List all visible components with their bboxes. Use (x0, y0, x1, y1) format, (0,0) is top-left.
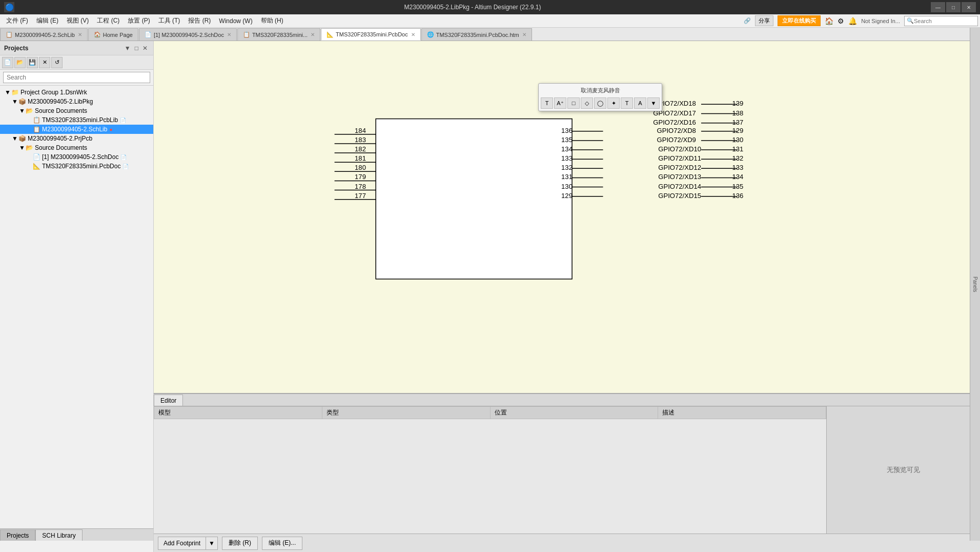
share-label[interactable]: 分享 (755, 15, 773, 26)
menu-edit[interactable]: 编辑 (E) (32, 15, 63, 26)
tree-item-srcdoc1[interactable]: ▼ 📂 Source Documents (0, 106, 153, 115)
bottom-toolbar: Add Footprint ▼ 删除 (R) 编辑 (E)... (154, 534, 980, 552)
tab-pcbschlib[interactable]: 📋 TMS320F28335mini... ✕ (237, 28, 320, 41)
save-button[interactable]: 💾 (27, 57, 38, 68)
edit-button[interactable]: 编辑 (E)... (262, 537, 302, 550)
home-icon[interactable]: 🏠 (825, 17, 833, 25)
tab-projects[interactable]: Projects (0, 529, 35, 541)
svg-text:137: 137 (732, 119, 743, 126)
svg-text:178: 178 (355, 183, 366, 190)
menu-project[interactable]: 工程 (C) (93, 15, 124, 26)
tab-close-pcbschlib[interactable]: ✕ (311, 32, 315, 37)
src-folder-icon2: 📂 (26, 144, 33, 151)
buy-online-button[interactable]: 立即在线购买 (778, 15, 821, 26)
tab-label-pcbdoc: TMS320F28335mini.PcbDoc (336, 31, 408, 37)
close-file-button[interactable]: ✕ (39, 57, 50, 68)
tab-label-schdoc: [1] M2300099405-2.SchDoc (154, 32, 224, 38)
tree-item-libpkg[interactable]: ▼ 📦 M2300099405-2.LibPkg (0, 97, 153, 106)
tree-item-srcdoc2[interactable]: ▼ 📂 Source Documents (0, 143, 153, 152)
panel-search-input[interactable] (3, 72, 150, 83)
tree-item-pcblib[interactable]: 📋 TMS320F28335mini.PcbLib 📄 (0, 115, 153, 125)
tool-text[interactable]: T (541, 97, 553, 109)
project-tree: ▼ 📁 Project Group 1.DsnWrk ▼ 📦 M23000994… (0, 86, 153, 552)
svg-text:134: 134 (561, 145, 573, 153)
col-position: 位置 (490, 407, 658, 419)
tool-t2[interactable]: T (621, 97, 633, 109)
left-panel: Projects ▼ □ ✕ 📄 📂 💾 ✕ ↺ ▼ 📁 Project Gro… (0, 41, 154, 552)
panel-restore-icon[interactable]: □ (133, 44, 140, 52)
expand-arrow-src1[interactable]: ▼ (18, 107, 26, 114)
tool-dropdown[interactable]: ▼ (647, 97, 660, 109)
editor-preview: 无预览可见 (826, 406, 980, 534)
right-area: 取消麦克风静音 T A⁺ □ ◇ ◯ ✦ T A ▼ (154, 41, 980, 552)
schematic-canvas[interactable]: 取消麦克风静音 T A⁺ □ ◇ ◯ ✦ T A ▼ (154, 41, 980, 393)
tool-add-text[interactable]: A⁺ (554, 97, 566, 109)
schdoc-file-marker: 📄 (120, 154, 127, 160)
tool-circle[interactable]: ◯ (594, 97, 606, 109)
minimize-button[interactable]: — (931, 2, 945, 12)
signin-label[interactable]: Not Signed In... (861, 18, 900, 24)
open-file-button[interactable]: 📂 (14, 57, 26, 68)
svg-text:130: 130 (561, 183, 573, 190)
expand-arrow-pg[interactable]: ▼ (4, 89, 11, 96)
tab-close-htm[interactable]: ✕ (522, 32, 526, 37)
tab-close-schlib[interactable]: ✕ (78, 32, 82, 37)
tab-close-pcbdoc[interactable]: ✕ (411, 32, 415, 37)
tree-item-prjpcb[interactable]: ▼ 📦 M2300099405-2.PrjPcb (0, 134, 153, 143)
panel-toolbar: 📄 📂 💾 ✕ ↺ (0, 55, 153, 70)
add-footprint-dropdown[interactable]: ▼ (206, 537, 217, 549)
svg-text:GPIO72/XD14: GPIO72/XD14 (658, 183, 701, 190)
tab-close-schdoc[interactable]: ✕ (227, 32, 231, 37)
tab-schdoc[interactable]: 📄 [1] M2300099405-2.SchDoc ✕ (139, 28, 237, 41)
maximize-button[interactable]: □ (946, 2, 961, 12)
menu-tools[interactable]: 工具 (T) (154, 15, 185, 26)
settings-icon[interactable]: ⚙ (838, 17, 844, 25)
tool-rect[interactable]: □ (567, 97, 580, 109)
menu-place[interactable]: 放置 (P) (124, 15, 154, 26)
tab-label-pcbschlib: TMS320F28335mini... (252, 32, 308, 38)
panel-menu-icon[interactable]: ▼ (123, 44, 132, 52)
delete-button[interactable]: 删除 (R) (222, 537, 258, 550)
expand-arrow-src2[interactable]: ▼ (18, 144, 26, 151)
add-footprint-button[interactable]: Add Footprint ▼ (158, 537, 218, 550)
menu-window[interactable]: Window (W) (215, 16, 256, 26)
share-icon: 🔗 (744, 17, 751, 24)
tab-pcbdochtml[interactable]: 🌐 TMS320F28335mini.PcbDoc.htm ✕ (421, 28, 532, 41)
editor-tab-main[interactable]: Editor (154, 395, 183, 406)
svg-text:129: 129 (561, 192, 573, 200)
close-button[interactable]: ✕ (962, 2, 976, 12)
editor-tabs: Editor (154, 394, 980, 406)
tab-pcbdoc[interactable]: 📐 TMS320F28335mini.PcbDoc ✕ (321, 28, 421, 41)
tab-homepage[interactable]: 🏠 Home Page (88, 28, 138, 41)
expand-arrow-libpkg[interactable]: ▼ (11, 98, 18, 105)
new-file-button[interactable]: 📄 (2, 57, 13, 68)
tree-item-schlib[interactable]: 📋 M2300099405-2.SchLib ● (0, 125, 153, 134)
tool-cross[interactable]: ✦ (607, 97, 620, 109)
svg-text:GPIO72/XD12: GPIO72/XD12 (658, 164, 701, 171)
notification-icon[interactable]: 🔔 (848, 17, 857, 25)
tree-item-projectgroup[interactable]: ▼ 📁 Project Group 1.DsnWrk (0, 88, 153, 97)
menu-report[interactable]: 报告 (R) (184, 15, 215, 26)
menu-view[interactable]: 视图 (V) (63, 15, 93, 26)
tool-diamond[interactable]: ◇ (581, 97, 593, 109)
tab-sch-library[interactable]: SCH Library (35, 529, 82, 541)
tab-schlib-main[interactable]: 📋 M2300099405-2.SchLib ✕ (0, 28, 88, 41)
panel-close-icon[interactable]: ✕ (141, 44, 149, 52)
refresh-button[interactable]: ↺ (51, 57, 63, 68)
svg-text:129: 129 (732, 127, 743, 134)
src-folder-icon1: 📂 (26, 107, 33, 114)
menu-file[interactable]: 文件 (F) (2, 15, 32, 26)
menu-help[interactable]: 帮助 (H) (257, 15, 288, 26)
search-input[interactable] (914, 18, 975, 24)
tab-label-schlib: M2300099405-2.SchLib (15, 32, 75, 38)
tool-a2[interactable]: A (634, 97, 646, 109)
tree-item-pcbdocfile[interactable]: 📐 TMS320F28335mini.PcbDoc 📄 (0, 162, 153, 171)
svg-text:131: 131 (732, 145, 743, 153)
editor-table: 模型 类型 位置 描述 (154, 406, 826, 534)
search-box[interactable]: 🔍 (904, 16, 978, 26)
window-controls[interactable]: — □ ✕ (931, 2, 976, 12)
svg-text:183: 183 (355, 136, 366, 144)
expand-arrow-prjpcb[interactable]: ▼ (11, 135, 18, 142)
tree-item-schdoc[interactable]: 📄 [1] M2300099405-2.SchDoc 📄 (0, 152, 153, 162)
right-panel-toggle[interactable]: Panels (970, 28, 980, 541)
